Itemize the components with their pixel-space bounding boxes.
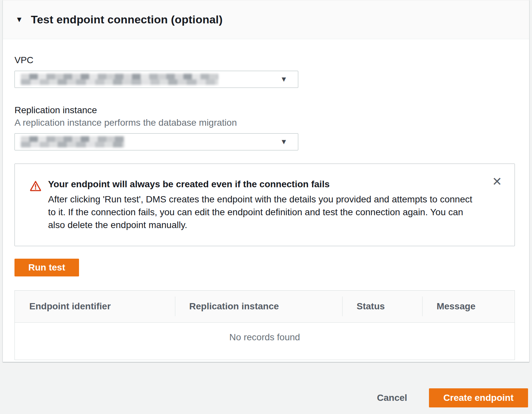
section-header[interactable]: ▼ Test endpoint connection (optional) bbox=[3, 0, 529, 39]
vpc-field-group: VPC ▼ bbox=[14, 55, 514, 88]
warning-content: Your endpoint will always be created eve… bbox=[48, 179, 478, 231]
vpc-label: VPC bbox=[14, 55, 514, 65]
test-endpoint-connection-panel: ▼ Test endpoint connection (optional) VP… bbox=[3, 0, 529, 362]
warning-alert: Your endpoint will always be created eve… bbox=[14, 164, 515, 246]
warning-body-text: After clicking 'Run test', DMS creates t… bbox=[48, 193, 474, 231]
section-body: VPC ▼ Replication instance A replication… bbox=[3, 39, 529, 360]
replication-instance-selected-value-redacted bbox=[21, 136, 124, 147]
replication-instance-label: Replication instance bbox=[14, 105, 514, 116]
replication-instance-description: A replication instance performs the data… bbox=[14, 117, 514, 128]
column-header-endpoint-identifier: Endpoint identifier bbox=[15, 291, 175, 322]
vpc-select[interactable]: ▼ bbox=[14, 71, 298, 88]
close-icon[interactable]: ✕ bbox=[492, 176, 502, 188]
section-title: Test endpoint connection (optional) bbox=[31, 13, 223, 26]
table-header-row: Endpoint identifier Replication instance… bbox=[15, 291, 515, 323]
chevron-down-icon: ▼ bbox=[280, 138, 287, 145]
column-header-status: Status bbox=[342, 291, 422, 322]
table-empty-state: No records found bbox=[15, 323, 515, 360]
column-header-message: Message bbox=[422, 291, 515, 322]
run-test-button[interactable]: Run test bbox=[14, 259, 79, 276]
warning-title: Your endpoint will always be created eve… bbox=[48, 179, 478, 190]
test-results-table: Endpoint identifier Replication instance… bbox=[14, 290, 515, 360]
column-header-replication-instance: Replication instance bbox=[175, 291, 342, 322]
replication-instance-field-group: Replication instance A replication insta… bbox=[14, 105, 514, 150]
form-footer: Cancel Create endpoint bbox=[0, 388, 532, 407]
vpc-selected-value-redacted bbox=[21, 74, 218, 85]
chevron-down-icon: ▼ bbox=[280, 76, 287, 83]
replication-instance-select[interactable]: ▼ bbox=[14, 133, 298, 150]
create-endpoint-button[interactable]: Create endpoint bbox=[429, 388, 528, 407]
collapse-caret-icon[interactable]: ▼ bbox=[15, 16, 23, 23]
warning-triangle-icon bbox=[30, 180, 41, 193]
cancel-button[interactable]: Cancel bbox=[377, 393, 407, 403]
